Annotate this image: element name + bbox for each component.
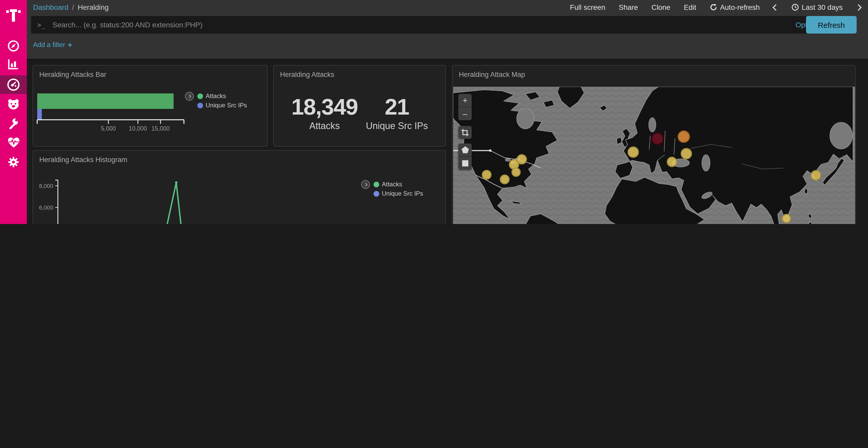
rectangle-icon bbox=[462, 160, 468, 167]
wrench-icon bbox=[7, 118, 20, 130]
panel-attacks-bar: Heralding Attacks Bar 5,00010,00015,000 … bbox=[33, 65, 268, 146]
panel-title: Heralding Attacks bbox=[280, 71, 334, 78]
legend-color-dot bbox=[197, 93, 203, 99]
legend-item[interactable]: Attacks bbox=[197, 91, 247, 101]
map-zoom-in-button[interactable]: + bbox=[458, 94, 472, 107]
query-prompt-icon: >_ bbox=[37, 21, 45, 29]
heartbeat-icon bbox=[7, 137, 20, 148]
map-zoom-controls: + – bbox=[458, 94, 472, 120]
navbar-actions: Full screen Share Clone Edit Auto-refres… bbox=[570, 3, 861, 11]
panel-attacks-metric: Heralding Attacks 18,349 Attacks 21 Uniq… bbox=[273, 65, 446, 146]
time-range-picker[interactable]: Last 30 days bbox=[791, 3, 843, 11]
auto-refresh-button[interactable]: Auto-refresh bbox=[710, 3, 760, 11]
breadcrumb-dashboard-link[interactable]: Dashboard bbox=[33, 3, 68, 11]
map-crop-control bbox=[458, 126, 472, 139]
metric-value: 21 bbox=[366, 94, 428, 120]
sidebar-item-monitoring[interactable] bbox=[0, 133, 27, 152]
top-navbar: Dashboard / Heralding Full screen Share … bbox=[27, 0, 868, 14]
share-button[interactable]: Share bbox=[619, 3, 638, 11]
time-forward-button[interactable] bbox=[856, 5, 861, 9]
edit-button[interactable]: Edit bbox=[684, 3, 696, 11]
legend-item[interactable]: Unique Src IPs bbox=[197, 101, 247, 110]
metric-group: 18,349 Attacks 21 Unique Src IPs bbox=[274, 94, 445, 132]
plus-icon: + bbox=[68, 40, 72, 49]
panel-attacks-histogram: Heralding Attacks Histogram 02,0004,0006… bbox=[33, 150, 446, 224]
search-bar-row: >_ Options Refresh bbox=[31, 16, 864, 34]
app-sidebar bbox=[0, 0, 27, 224]
legend-label: Attacks bbox=[382, 181, 402, 188]
gauge-icon bbox=[7, 78, 20, 91]
world-map[interactable]: + – bbox=[453, 87, 855, 224]
draw-rectangle-button[interactable] bbox=[458, 157, 472, 170]
bear-icon bbox=[7, 98, 20, 110]
refresh-button[interactable]: Refresh bbox=[806, 16, 857, 34]
polygon-icon bbox=[461, 146, 469, 154]
draw-polygon-button[interactable] bbox=[458, 143, 472, 157]
chart-legend: AttacksUnique Src IPs bbox=[185, 91, 247, 110]
metric-label: Attacks bbox=[291, 121, 358, 132]
chevron-right-icon bbox=[188, 95, 191, 98]
svg-text:10,000: 10,000 bbox=[129, 125, 147, 132]
metric-unique-src-ips: 21 Unique Src IPs bbox=[366, 94, 428, 132]
metric-label: Unique Src IPs bbox=[366, 121, 428, 132]
svg-text:15,000: 15,000 bbox=[151, 125, 169, 132]
legend-color-dot bbox=[374, 181, 379, 187]
panel-attack-map: Heralding Attack Map bbox=[452, 65, 856, 224]
full-screen-button[interactable]: Full screen bbox=[570, 3, 605, 11]
legend-item[interactable]: Attacks bbox=[374, 180, 423, 189]
svg-text:6,000: 6,000 bbox=[39, 204, 53, 211]
map-draw-controls bbox=[458, 143, 472, 170]
t-mobile-logo-icon bbox=[6, 7, 21, 23]
sidebar-item-visualize[interactable] bbox=[0, 55, 27, 73]
svg-text:8,000: 8,000 bbox=[39, 183, 53, 189]
world-map-canvas bbox=[453, 87, 855, 224]
bar-chart-icon bbox=[7, 58, 20, 70]
add-filter-link[interactable]: Add a filter + bbox=[33, 40, 72, 49]
legend-item[interactable]: Unique Src IPs bbox=[374, 189, 423, 198]
time-back-button[interactable] bbox=[773, 5, 778, 9]
panel-title: Heralding Attacks Histogram bbox=[39, 156, 127, 164]
chart-legend: AttacksUnique Src IPs bbox=[361, 180, 423, 198]
legend-rows: AttacksUnique Src IPs bbox=[374, 180, 423, 198]
svg-text:5,000: 5,000 bbox=[101, 125, 116, 132]
panel-title: Heralding Attack Map bbox=[459, 71, 525, 78]
sidebar-item-discover[interactable] bbox=[0, 37, 27, 55]
legend-label: Unique Src IPs bbox=[206, 102, 247, 109]
legend-label: Unique Src IPs bbox=[382, 190, 423, 197]
clone-button[interactable]: Clone bbox=[652, 3, 671, 11]
chevron-right-icon bbox=[364, 183, 367, 186]
kibana-dashboard-app: Dashboard / Heralding Full screen Share … bbox=[0, 0, 868, 224]
compass-icon bbox=[7, 40, 20, 52]
refresh-cycle-icon bbox=[710, 4, 717, 11]
search-box: >_ Options bbox=[31, 16, 827, 34]
legend-expand-button[interactable] bbox=[361, 180, 370, 189]
chevron-left-icon bbox=[772, 4, 779, 10]
sidebar-item-management[interactable] bbox=[0, 153, 27, 171]
sidebar-item-dashboard[interactable] bbox=[0, 75, 27, 94]
legend-expand-button[interactable] bbox=[185, 92, 194, 101]
sidebar-item-devtools[interactable] bbox=[0, 114, 27, 133]
chevron-right-icon bbox=[855, 4, 862, 10]
legend-label: Attacks bbox=[206, 92, 226, 100]
legend-color-dot bbox=[197, 102, 203, 108]
metric-value: 18,349 bbox=[291, 94, 358, 120]
dashboard-grid: Heralding Attacks Bar 5,00010,00015,000 … bbox=[27, 60, 868, 224]
map-crop-button[interactable] bbox=[458, 126, 472, 139]
top-chrome: Dashboard / Heralding Full screen Share … bbox=[27, 0, 868, 60]
t-mobile-logo[interactable] bbox=[0, 3, 27, 27]
map-zoom-out-button[interactable]: – bbox=[458, 107, 472, 120]
breadcrumb-current: Heralding bbox=[78, 3, 109, 11]
metric-attacks: 18,349 Attacks bbox=[291, 94, 358, 132]
search-input[interactable] bbox=[52, 20, 790, 29]
legend-color-dot bbox=[374, 191, 379, 196]
sidebar-item-tpot[interactable] bbox=[0, 95, 27, 113]
legend-rows: AttacksUnique Src IPs bbox=[197, 91, 247, 110]
breadcrumb-separator: / bbox=[72, 3, 74, 11]
gear-icon bbox=[7, 156, 20, 168]
panel-title: Heralding Attacks Bar bbox=[39, 71, 106, 78]
clock-icon bbox=[791, 4, 799, 11]
breadcrumb: Dashboard / Heralding bbox=[33, 3, 109, 11]
crop-icon bbox=[461, 129, 469, 136]
